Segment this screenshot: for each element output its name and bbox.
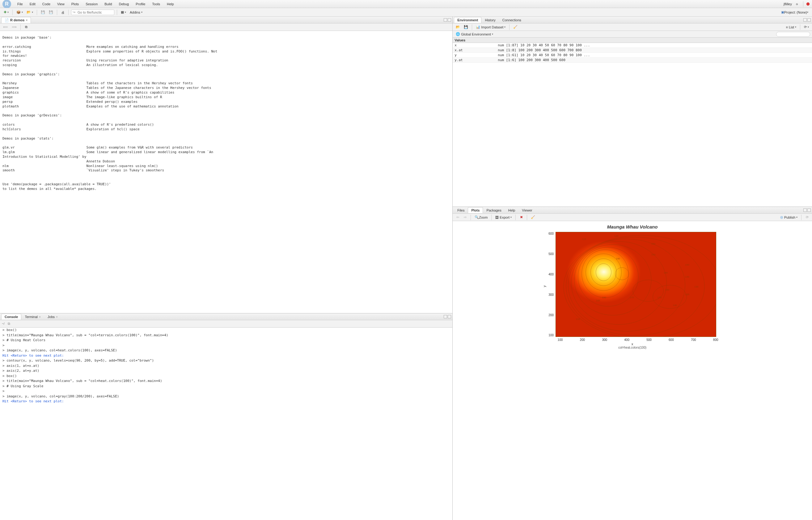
list-view-button[interactable]: ≡ List ▾: [785, 24, 797, 30]
power-icon[interactable]: [807, 2, 810, 5]
plots-tab-viewer[interactable]: Viewer: [518, 207, 535, 213]
close-tab-icon[interactable]: ×: [26, 19, 27, 22]
clear-plots-icon[interactable]: 🧹: [530, 214, 536, 220]
env-var-name: x: [455, 43, 498, 47]
publish-button[interactable]: ◎ Publish ▾: [779, 214, 799, 220]
console-output[interactable]: > box() > title(main="Maunga Whau Volcan…: [0, 328, 452, 520]
import-dataset-button[interactable]: 📊 Import Dataset ▾: [475, 24, 507, 30]
source-tab[interactable]: 📄 R demos ×: [1, 17, 31, 23]
menu-view[interactable]: View: [54, 1, 68, 7]
svg-point-5: [575, 244, 651, 315]
console-tab-console[interactable]: Console: [1, 314, 21, 319]
grid-button[interactable]: ▦▾: [120, 9, 127, 16]
remove-plot-icon[interactable]: ✖: [518, 214, 524, 220]
svg-text:185: 185: [596, 300, 600, 302]
plot-title: Maunga Whau Volcano: [607, 224, 658, 229]
minimize-pane-icon[interactable]: [444, 315, 447, 318]
new-file-button[interactable]: ✚▾: [2, 9, 10, 16]
rstudio-logo-icon: R: [2, 0, 11, 8]
console-line: > title(main="Maunga Whau Volcano", sub …: [0, 333, 452, 338]
console-line: > axis(1, at=x.at): [0, 363, 452, 369]
env-var-value: num [1:8] 100 200 300 400 500 600 700 80…: [498, 48, 810, 52]
refresh-icon[interactable]: ⟳▾: [803, 24, 810, 30]
svg-text:120: 120: [614, 235, 618, 237]
env-var-value: num [1:61] 10 20 30 40 50 60 70 80 90 10…: [498, 53, 810, 57]
menu-help[interactable]: Help: [164, 1, 177, 7]
minimize-pane-icon[interactable]: [803, 208, 807, 212]
menu-build[interactable]: Build: [101, 1, 115, 7]
plot-next-icon[interactable]: ⇨: [462, 214, 468, 220]
new-project-button[interactable]: 📦▾: [15, 9, 24, 16]
menu-plots[interactable]: Plots: [68, 1, 82, 7]
export-button[interactable]: 🖼 Export ▾: [494, 214, 513, 220]
plots-tab-packages[interactable]: Packages: [483, 207, 505, 213]
plot-prev-icon[interactable]: ⇦: [455, 214, 461, 220]
console-tab-jobs[interactable]: Jobs ×: [44, 314, 61, 319]
env-tab-history[interactable]: History: [481, 17, 499, 23]
print-button[interactable]: 🖨: [60, 9, 66, 16]
back-icon[interactable]: ⟸: [2, 24, 9, 30]
maximize-pane-icon[interactable]: [807, 18, 811, 22]
clear-workspace-icon[interactable]: 🧹: [512, 24, 519, 30]
env-tab-environment[interactable]: Environment: [454, 17, 481, 23]
signout-icon[interactable]: ⎆: [794, 1, 800, 7]
console-popout-icon[interactable]: ⧉: [6, 321, 12, 327]
console-line: > image(x, y, volcano, col=heat.colors(1…: [0, 348, 452, 353]
save-all-button[interactable]: 💾: [48, 9, 54, 16]
environment-search-input[interactable]: [776, 32, 810, 37]
env-row[interactable]: ynum [1:61] 10 20 30 40 50 60 70 80 90 1…: [453, 53, 812, 58]
console-tab-terminal[interactable]: Terminal ×: [21, 314, 44, 319]
console-line: > title(main="Maunga Whau Volcano", sub …: [0, 379, 452, 384]
popout-icon[interactable]: ⧉: [23, 24, 29, 30]
maximize-pane-icon[interactable]: [807, 208, 811, 212]
addins-button[interactable]: Addins ▾: [129, 9, 144, 16]
load-workspace-icon[interactable]: 📂: [455, 24, 461, 30]
env-row[interactable]: xnum [1:87] 10 20 30 40 50 60 70 80 90 1…: [453, 43, 812, 48]
env-row[interactable]: x.atnum [1:8] 100 200 300 400 500 600 70…: [453, 48, 812, 53]
svg-point-10: [615, 268, 629, 280]
env-var-value: num [1:6] 100 200 300 400 500 600: [498, 58, 810, 62]
env-row[interactable]: y.atnum [1:6] 100 200 300 400 500 600: [453, 58, 812, 63]
console-line: > image(x, y, volcano, col=gray(100:200/…: [0, 394, 452, 399]
y-tick: 600: [549, 232, 554, 235]
env-var-name: y.at: [455, 58, 498, 62]
console-line: > # Using Gray Scale: [0, 384, 452, 389]
menu-profile[interactable]: Profile: [132, 1, 148, 7]
env-section-header: Values: [453, 38, 812, 43]
maximize-pane-icon[interactable]: [448, 18, 451, 22]
y-tick: 500: [549, 252, 554, 256]
svg-point-8: [566, 237, 705, 336]
svg-point-1: [591, 259, 617, 286]
maximize-pane-icon[interactable]: [448, 315, 451, 318]
save-workspace-icon[interactable]: 💾: [462, 24, 470, 30]
plots-tab-help[interactable]: Help: [505, 207, 519, 213]
console-line: Hit <Return> to see next plot:: [0, 353, 452, 359]
menu-file[interactable]: File: [14, 1, 26, 7]
project-menu[interactable]: ▣ Project: (None) ▾: [780, 9, 810, 16]
menu-debug[interactable]: Debug: [116, 1, 132, 7]
env-var-name: x.at: [455, 48, 498, 52]
save-button[interactable]: 💾: [40, 9, 46, 16]
environment-scope[interactable]: 🌐 Global Environment ▾: [455, 31, 494, 37]
menu-code[interactable]: Code: [39, 1, 53, 7]
plot-subtitle: col=heat.colors(100): [547, 346, 718, 349]
environment-tabs: EnvironmentHistoryConnections: [453, 17, 812, 24]
minimize-pane-icon[interactable]: [444, 18, 447, 22]
menu-session[interactable]: Session: [82, 1, 101, 7]
plots-tab-files[interactable]: Files: [454, 207, 468, 213]
plots-tab-plots[interactable]: Plots: [468, 207, 483, 213]
x-tick: 600: [669, 338, 674, 341]
zoom-button[interactable]: 🔍 Zoom: [473, 214, 489, 220]
menu-tools[interactable]: Tools: [149, 1, 163, 7]
forward-icon[interactable]: ⟹: [10, 24, 18, 30]
env-tab-connections[interactable]: Connections: [499, 17, 525, 23]
open-file-button[interactable]: 📂▾: [25, 9, 34, 16]
console-line: >: [0, 389, 452, 394]
x-tick: 400: [624, 338, 629, 341]
refresh-plot-icon[interactable]: ⟳: [804, 214, 810, 220]
y-axis-ticks: 600500400300200100: [549, 232, 554, 337]
menubar: R FileEditCodeViewPlotsSessionBuildDebug…: [0, 0, 812, 8]
minimize-pane-icon[interactable]: [803, 18, 807, 22]
goto-file-input[interactable]: [71, 9, 114, 15]
menu-edit[interactable]: Edit: [27, 1, 39, 7]
